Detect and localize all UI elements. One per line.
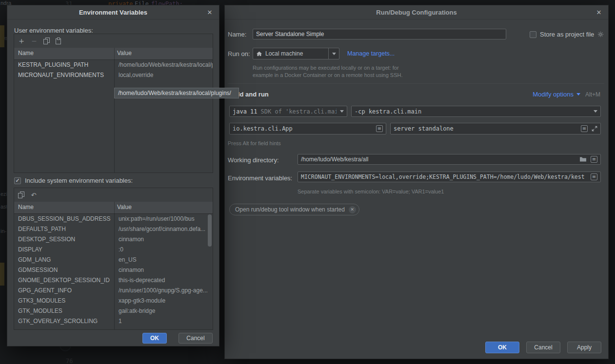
table-header: Name Value [14, 48, 213, 60]
name-label: Name: [228, 31, 246, 38]
chevron-down-icon [340, 110, 344, 113]
store-as-project-file[interactable]: Store as project file [530, 31, 604, 38]
expanded-value-popup: /home/ludo/Web/kestra/kestra/local/plugi… [114, 88, 239, 98]
manage-targets-link[interactable]: Manage targets... [347, 50, 395, 57]
working-directory-input[interactable]: /home/ludo/Web/kestra/all ≡ [298, 154, 601, 165]
include-system-env-label: Include system environment variables: [25, 177, 133, 184]
ok-button[interactable]: OK [485, 342, 519, 353]
main-class-input[interactable]: io.kestra.cli.App ≡ [229, 123, 386, 134]
working-directory-label: Working directory: [228, 156, 279, 164]
copy-icon[interactable] [18, 192, 24, 198]
dialog-titlebar: Run/Debug Configurations ✕ [225, 5, 608, 19]
column-header-name[interactable]: Name [18, 204, 34, 211]
user-env-vars-label: User environment variables: [14, 27, 93, 34]
store-checkbox[interactable] [530, 31, 536, 38]
column-header-value[interactable]: Value [117, 204, 132, 211]
table-row[interactable]: GNOME_DESKTOP_SESSION_ID this-is-depreca… [14, 275, 213, 285]
add-icon[interactable]: + [18, 38, 25, 44]
modify-options-link[interactable]: Modify options [533, 91, 574, 98]
dialog-titlebar: Environment Variables ✕ [7, 5, 219, 19]
cancel-button[interactable]: Cancel [179, 333, 213, 344]
modify-options[interactable]: Modify options Alt+M [533, 91, 600, 98]
remove-icon[interactable]: − [31, 38, 38, 44]
expand-field-icon[interactable]: ≡ [591, 156, 597, 163]
table-header: Name Value [14, 202, 213, 214]
scrollbar-thumb[interactable] [208, 214, 212, 247]
dialog-title: Environment Variables [79, 9, 147, 16]
environment-variables-dialog: Environment Variables ✕ User environment… [7, 5, 219, 346]
table-row[interactable]: GTK_MODULES gail:atk-bridge [14, 306, 213, 316]
alt-field-hint: Press Alt for field hints [228, 140, 281, 146]
chip-remove-icon[interactable]: ✕ [349, 206, 356, 213]
cancel-button[interactable]: Cancel [526, 342, 560, 353]
paste-icon[interactable] [56, 38, 61, 44]
expand-field-icon[interactable]: ≡ [376, 125, 383, 132]
copy-icon[interactable] [43, 38, 50, 44]
apply-button[interactable]: Apply [567, 342, 601, 353]
environment-variables-hint: Separate variables with semicolon: VAR=v… [298, 189, 444, 194]
include-system-env-checkbox[interactable]: ✓ [14, 177, 21, 184]
chevron-down-icon [576, 93, 580, 96]
close-icon[interactable]: ✕ [594, 7, 604, 17]
table-row[interactable]: DESKTOP_SESSION cinnamon [14, 234, 213, 244]
close-icon[interactable]: ✕ [205, 7, 215, 17]
classpath-combobox[interactable]: -cp kestra.cli.main [351, 106, 601, 117]
column-header-name[interactable]: Name [18, 50, 34, 57]
chip-label: Open run/debug tool window when started [235, 206, 345, 213]
table-toolbar: + − [14, 34, 213, 48]
table-row[interactable]: DBUS_SESSION_BUS_ADDRESS unix:path=/run/… [14, 213, 213, 224]
table-row[interactable]: GDMSESSION cinnamon [14, 265, 213, 275]
open-in-window-icon[interactable] [592, 126, 597, 132]
program-arguments-input[interactable]: server standalone ≡ [390, 123, 601, 134]
table-row[interactable]: GTK3_MODULES xapp-gtk3-module [14, 295, 213, 306]
store-label: Store as project file [540, 31, 594, 38]
ok-button[interactable]: OK [142, 333, 167, 344]
table-row[interactable]: GPG_AGENT_INFO /run/user/1000/gnupg/S.gp… [14, 285, 213, 295]
table-row[interactable]: GDM_LANG en_US [14, 254, 213, 265]
chevron-down-icon [594, 110, 597, 113]
run-on-label: Run on: [228, 50, 250, 57]
environment-variables-input[interactable]: MICRONAUT_ENVIRONMENTS=local,override;KE… [298, 172, 601, 182]
expand-field-icon[interactable]: ≡ [581, 125, 588, 132]
undo-icon[interactable]: ↶ [30, 192, 37, 198]
user-env-vars-table: + − Name Value KESTRA_PLUGINS_PATH /home… [14, 34, 213, 173]
system-env-vars-table: ↶ Name Value DBUS_SESSION_BUS_ADDRESS un… [14, 188, 213, 330]
gear-icon[interactable] [597, 31, 604, 38]
run-on-hint-line1: Run configurations may be executed local… [253, 65, 399, 71]
include-system-env-checkbox-row[interactable]: ✓ Include system environment variables: [14, 177, 133, 184]
table-row[interactable]: MICRONAUT_ENVIRONMENTS local,override [14, 70, 213, 80]
column-header-value[interactable]: Value [117, 50, 132, 57]
table-row[interactable]: DISPLAY :0 [14, 244, 213, 254]
table-row[interactable]: KESTRA_PLUGINS_PATH /home/ludo/Web/kestr… [14, 59, 213, 70]
screen: ndra 31 private File flowPath; res ezi a… [0, 0, 615, 364]
expand-field-icon[interactable]: ≡ [591, 173, 597, 180]
run-on-hint-line2: example in a Docker Container or on a re… [253, 72, 403, 78]
table-row[interactable]: GTK_OVERLAY_SCROLLING 1 [14, 316, 213, 326]
environment-variables-label: Environment variables: [228, 174, 292, 182]
chevron-down-icon [332, 53, 336, 55]
home-icon [256, 51, 262, 57]
modify-options-shortcut: Alt+M [585, 91, 600, 98]
dialog-title: Run/Debug Configurations [376, 9, 456, 16]
table-toolbar: ↶ [14, 188, 213, 202]
table-row[interactable]: DEFAULTS_PATH /usr/share/gconf/cinnamon.… [14, 224, 213, 234]
run-debug-configurations-dialog: Run/Debug Configurations ✕ Name: Server … [224, 5, 609, 359]
run-on-combobox[interactable]: Local machine [253, 48, 339, 59]
folder-icon[interactable] [579, 156, 587, 162]
open-tool-window-chip[interactable]: Open run/debug tool window when started … [229, 204, 359, 215]
section-separator [228, 83, 604, 84]
jdk-combobox[interactable]: java 11 SDK of 'kestra.cli.mair [229, 106, 347, 117]
configuration-name-input[interactable]: Server Standalone Simple [253, 29, 506, 39]
